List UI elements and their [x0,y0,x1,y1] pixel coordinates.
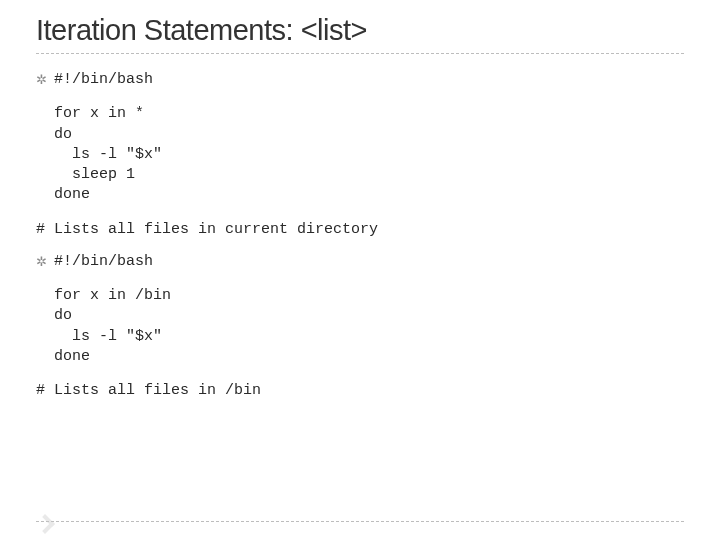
shebang-line: #!/bin/bash [54,70,153,90]
content-body: ✲ #!/bin/bash for x in * do ls -l "$x" s… [36,70,684,401]
list-item: ✲ #!/bin/bash [36,252,684,272]
title-divider [36,53,684,54]
code-block: for x in * do ls -l "$x" sleep 1 done [54,104,684,205]
comment-line: Lists all files in current directory [54,220,378,240]
list-item: # Lists all files in /bin [36,381,684,401]
page-title: Iteration Statements: <list> [36,14,684,47]
list-item: ✲ #!/bin/bash [36,70,684,90]
code-block: for x in /bin do ls -l "$x" done [54,286,684,367]
next-arrow-icon [35,514,55,534]
footer-divider [36,521,684,522]
slide: Iteration Statements: <list> ✲ #!/bin/ba… [0,0,720,401]
hash-bullet: # [36,381,54,401]
comment-line: Lists all files in /bin [54,381,261,401]
bullet-icon: ✲ [36,70,54,89]
bullet-icon: ✲ [36,252,54,271]
shebang-line: #!/bin/bash [54,252,153,272]
hash-bullet: # [36,220,54,240]
list-item: # Lists all files in current directory [36,220,684,240]
